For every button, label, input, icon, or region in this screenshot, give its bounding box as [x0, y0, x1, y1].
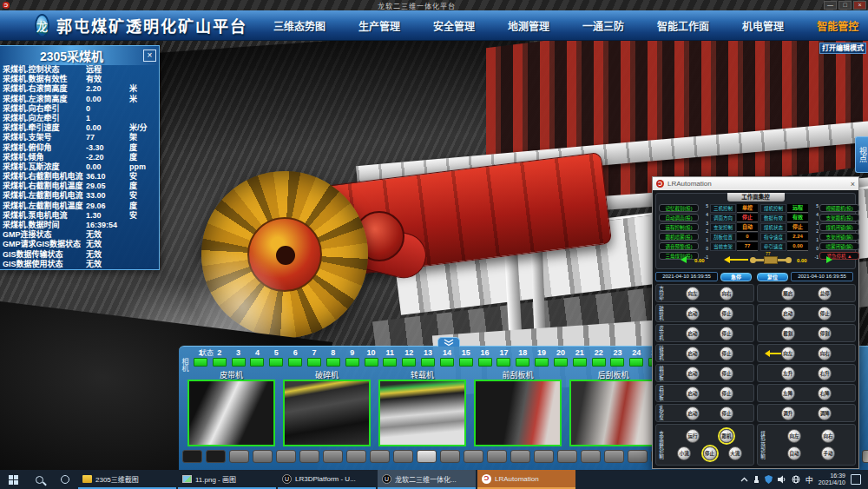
- filmstrip-item[interactable]: [370, 450, 390, 463]
- taskbar-task-1[interactable]: 11.png - 画图: [178, 470, 276, 489]
- camera-status-ok[interactable]: [459, 358, 473, 367]
- control-button[interactable]: 停止: [720, 327, 733, 340]
- control-button[interactable]: 停止: [818, 307, 832, 320]
- camera-status-ok[interactable]: [421, 358, 435, 367]
- function-button[interactable]: 远程控制(投): [659, 223, 699, 231]
- function-button[interactable]: 自动调高(投): [659, 214, 699, 221]
- control-button[interactable]: 停止: [720, 406, 733, 420]
- start-button[interactable]: [0, 470, 26, 489]
- control-button[interactable]: 启动: [781, 307, 795, 320]
- control-button[interactable]: 总停: [818, 287, 832, 301]
- filmstrip-item[interactable]: [346, 450, 366, 463]
- control-button[interactable]: 顺启: [781, 287, 795, 301]
- camera-thumbnail[interactable]: [474, 380, 562, 446]
- nav-item-5[interactable]: 智能工作面: [657, 18, 709, 33]
- nav-item-6[interactable]: 机电管理: [742, 18, 784, 33]
- nav-item-3[interactable]: 地测管理: [508, 18, 549, 33]
- function-button[interactable]: 语音预警(投): [659, 242, 699, 250]
- control-button[interactable]: 启动: [686, 367, 700, 380]
- control-button[interactable]: 向右: [720, 287, 733, 301]
- control-button[interactable]: 跟机: [720, 429, 733, 443]
- control-button[interactable]: 停止: [720, 367, 733, 380]
- control-button[interactable]: 停止: [720, 347, 733, 360]
- control-button[interactable]: 启动: [686, 406, 700, 420]
- filmstrip-item[interactable]: [206, 450, 226, 463]
- camera-status-ok[interactable]: [535, 358, 549, 367]
- camera-status-ok[interactable]: [232, 358, 246, 367]
- filmstrip-item[interactable]: [557, 450, 577, 463]
- camera-status-ok[interactable]: [516, 358, 529, 367]
- filmstrip-item[interactable]: [487, 450, 507, 463]
- camera-status-ok[interactable]: [269, 358, 283, 367]
- camera-status-ok[interactable]: [629, 358, 643, 367]
- filmstrip-item[interactable]: [393, 450, 413, 463]
- collapse-strip-button[interactable]: [437, 337, 460, 347]
- control-button[interactable]: 向左: [686, 287, 700, 301]
- camera-status-ok[interactable]: [365, 358, 378, 367]
- camera-thumbnail[interactable]: [187, 380, 275, 446]
- filmstrip-item[interactable]: [417, 450, 437, 463]
- filmstrip-item[interactable]: [628, 450, 648, 463]
- speaker-icon[interactable]: [778, 475, 786, 484]
- taskbar-task-2[interactable]: ULR3DPlatform - U...: [278, 470, 376, 489]
- nav-item-1[interactable]: 生产管理: [358, 18, 400, 33]
- control-button[interactable]: 运行: [686, 429, 700, 443]
- control-button[interactable]: 小流: [677, 446, 691, 460]
- shield-icon[interactable]: [765, 475, 773, 484]
- control-button[interactable]: 启动: [686, 347, 700, 360]
- filmstrip-item[interactable]: [862, 450, 868, 463]
- nav-item-2[interactable]: 安全管理: [433, 18, 475, 33]
- function-button[interactable]: 煤机闭锁(解): [819, 223, 859, 231]
- filmstrip-item[interactable]: [299, 450, 319, 463]
- camera-status-ok[interactable]: [402, 358, 416, 367]
- control-button[interactable]: 调降: [818, 406, 832, 420]
- estop-blue-button[interactable]: 急停: [720, 273, 752, 281]
- lr-close-icon[interactable]: ×: [851, 180, 855, 188]
- camera-thumbnail[interactable]: [378, 380, 466, 446]
- panel-close-icon[interactable]: ×: [143, 50, 156, 62]
- filmstrip-item[interactable]: [534, 450, 554, 463]
- camera-thumbnail[interactable]: [569, 380, 657, 446]
- minimize-button[interactable]: —: [824, 1, 837, 10]
- filmstrip-item[interactable]: [464, 450, 483, 463]
- camera-status-ok[interactable]: [383, 358, 397, 367]
- camera-status-ok[interactable]: [326, 358, 340, 367]
- control-button[interactable]: 手动: [821, 446, 835, 460]
- nav-item-7[interactable]: 智能管控: [817, 18, 858, 33]
- control-button[interactable]: 启动: [686, 307, 700, 320]
- maximize-button[interactable]: □: [838, 1, 852, 10]
- control-button[interactable]: 左升: [781, 367, 795, 380]
- taskbar-task-0[interactable]: 2305三维截图: [78, 470, 176, 489]
- control-button[interactable]: 大流: [728, 446, 742, 460]
- camera-status-ok[interactable]: [573, 358, 587, 367]
- control-button[interactable]: 停止: [720, 387, 733, 400]
- clock[interactable]: 16:392021/4/10: [819, 472, 845, 486]
- filmstrip-item[interactable]: [182, 450, 202, 463]
- nav-item-4[interactable]: 一通三防: [582, 18, 624, 33]
- close-button[interactable]: ×: [853, 1, 866, 10]
- control-button[interactable]: 自动: [787, 446, 801, 460]
- control-button[interactable]: 向右: [818, 347, 832, 360]
- filmstrip-item[interactable]: [604, 450, 624, 463]
- camera-status-ok[interactable]: [250, 358, 264, 367]
- filmstrip-item[interactable]: [253, 450, 273, 463]
- cortana-icon[interactable]: [52, 470, 78, 489]
- control-button[interactable]: 右升: [818, 367, 832, 380]
- notification-icon[interactable]: [851, 474, 861, 485]
- control-button[interactable]: 左降: [781, 387, 795, 400]
- control-button[interactable]: 调升: [781, 406, 795, 420]
- camera-thumbnail[interactable]: [283, 380, 371, 446]
- taskbar-task-4[interactable]: ƆLRAutomation: [477, 470, 575, 489]
- control-button[interactable]: 右降: [818, 387, 832, 400]
- camera-status-ok[interactable]: [345, 358, 359, 367]
- camera-status-ok[interactable]: [307, 358, 321, 367]
- open-edit-mode-button[interactable]: 打开编辑模式: [819, 43, 866, 54]
- control-button[interactable]: 停止: [720, 307, 733, 320]
- camera-status-ok[interactable]: [610, 358, 624, 367]
- camera-status-ok[interactable]: [194, 358, 207, 367]
- network-globe-icon[interactable]: [792, 475, 800, 484]
- filmstrip-item[interactable]: [229, 450, 249, 463]
- control-button[interactable]: 启动: [686, 387, 700, 400]
- camera-status-ok[interactable]: [592, 358, 606, 367]
- camera-status-ok[interactable]: [288, 358, 302, 367]
